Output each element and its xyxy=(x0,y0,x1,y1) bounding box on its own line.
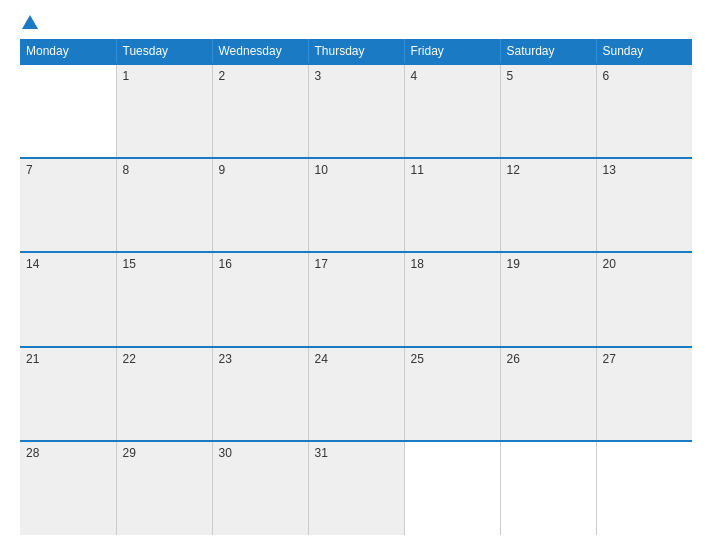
day-cell: 30 xyxy=(212,441,308,535)
day-cell xyxy=(20,64,116,158)
page: MondayTuesdayWednesdayThursdayFridaySatu… xyxy=(0,0,712,550)
col-header-tuesday: Tuesday xyxy=(116,39,212,64)
col-header-saturday: Saturday xyxy=(500,39,596,64)
day-cell: 19 xyxy=(500,252,596,346)
week-row-3: 14151617181920 xyxy=(20,252,692,346)
day-cell: 16 xyxy=(212,252,308,346)
day-cell: 23 xyxy=(212,347,308,441)
day-cell: 22 xyxy=(116,347,212,441)
calendar-header-row: MondayTuesdayWednesdayThursdayFridaySatu… xyxy=(20,39,692,64)
day-cell: 20 xyxy=(596,252,692,346)
day-cell: 1 xyxy=(116,64,212,158)
col-header-monday: Monday xyxy=(20,39,116,64)
week-row-5: 28293031 xyxy=(20,441,692,535)
week-row-2: 78910111213 xyxy=(20,158,692,252)
logo xyxy=(20,15,40,29)
day-cell: 25 xyxy=(404,347,500,441)
day-cell: 28 xyxy=(20,441,116,535)
week-row-4: 21222324252627 xyxy=(20,347,692,441)
day-cell: 2 xyxy=(212,64,308,158)
day-cell: 31 xyxy=(308,441,404,535)
day-cell: 6 xyxy=(596,64,692,158)
day-cell: 10 xyxy=(308,158,404,252)
day-cell xyxy=(500,441,596,535)
col-header-wednesday: Wednesday xyxy=(212,39,308,64)
day-cell: 13 xyxy=(596,158,692,252)
day-cell xyxy=(596,441,692,535)
day-cell: 11 xyxy=(404,158,500,252)
day-cell: 21 xyxy=(20,347,116,441)
day-cell: 14 xyxy=(20,252,116,346)
col-header-sunday: Sunday xyxy=(596,39,692,64)
day-cell: 9 xyxy=(212,158,308,252)
day-cell: 8 xyxy=(116,158,212,252)
col-header-thursday: Thursday xyxy=(308,39,404,64)
day-cell: 7 xyxy=(20,158,116,252)
day-cell: 29 xyxy=(116,441,212,535)
calendar-table: MondayTuesdayWednesdayThursdayFridaySatu… xyxy=(20,39,692,535)
day-cell: 18 xyxy=(404,252,500,346)
header xyxy=(20,15,692,29)
day-cell: 26 xyxy=(500,347,596,441)
day-cell: 27 xyxy=(596,347,692,441)
day-cell: 5 xyxy=(500,64,596,158)
day-cell: 3 xyxy=(308,64,404,158)
day-cell: 17 xyxy=(308,252,404,346)
day-cell xyxy=(404,441,500,535)
logo-triangle-icon xyxy=(22,15,38,29)
day-cell: 12 xyxy=(500,158,596,252)
week-row-1: 123456 xyxy=(20,64,692,158)
col-header-friday: Friday xyxy=(404,39,500,64)
day-cell: 24 xyxy=(308,347,404,441)
day-cell: 4 xyxy=(404,64,500,158)
day-cell: 15 xyxy=(116,252,212,346)
